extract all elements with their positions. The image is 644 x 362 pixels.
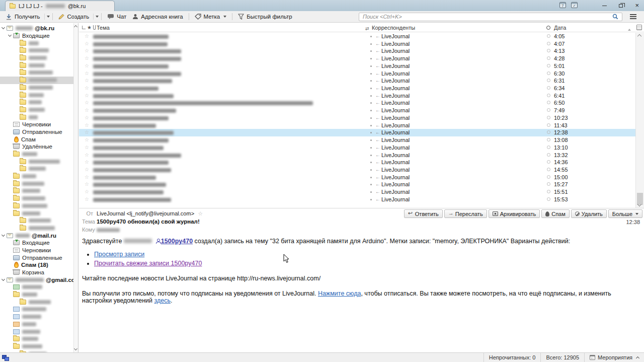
column-correspondents[interactable]: Корреспонденты xyxy=(372,25,415,31)
star-icon[interactable]: ☆ xyxy=(85,48,89,54)
star-icon[interactable]: ☆ xyxy=(85,144,89,151)
read-fresh-entries-link[interactable]: Прочитать свежие записи 1500py470 xyxy=(94,260,202,267)
star-icon[interactable]: ☆ xyxy=(85,63,89,69)
folder-row[interactable] xyxy=(0,202,73,210)
folder-row[interactable]: Корзина xyxy=(0,269,73,276)
folder-row[interactable]: Отправленные xyxy=(0,254,73,261)
folder-row[interactable] xyxy=(0,306,73,313)
folder-row[interactable]: Входящие xyxy=(0,32,73,40)
star-icon[interactable]: ☆ xyxy=(85,137,89,143)
folder-row[interactable] xyxy=(0,113,73,121)
thread-column-icon[interactable] xyxy=(82,26,86,29)
tasks-tab-icon[interactable]: ✓ xyxy=(571,2,578,8)
folder-row[interactable] xyxy=(0,39,73,47)
from-value[interactable]: LiveJournal <lj_notify@livejournal.com> xyxy=(97,210,194,216)
scroll-up-icon[interactable] xyxy=(74,25,77,29)
message-row[interactable]: ☆←LiveJournal10:23 xyxy=(79,114,635,122)
folder-row[interactable]: Спам xyxy=(0,135,73,143)
get-mail-dropdown[interactable] xyxy=(47,16,50,19)
view-entry-link[interactable]: Просмотр записи xyxy=(94,251,144,258)
folder-row[interactable]: Отправленные xyxy=(0,128,73,136)
minimize-button[interactable] xyxy=(602,6,607,6)
star-icon[interactable]: ☆ xyxy=(85,85,89,91)
message-row[interactable]: ☆←LiveJournal4:13 xyxy=(79,47,635,55)
folder-row[interactable] xyxy=(0,209,73,217)
folder-row[interactable] xyxy=(0,173,73,180)
message-row[interactable]: ☆←LiveJournal6:34 xyxy=(79,85,635,92)
expand-caret-icon[interactable] xyxy=(2,233,5,237)
column-date[interactable]: Дата xyxy=(554,25,566,31)
scroll-down-icon[interactable] xyxy=(74,347,77,350)
star-icon[interactable]: ☆ xyxy=(85,70,89,77)
folder-row[interactable] xyxy=(0,99,73,106)
column-picker-icon[interactable] xyxy=(636,25,642,30)
folder-row[interactable] xyxy=(0,343,73,350)
message-row[interactable]: ☆←LiveJournal7:49 xyxy=(79,107,635,114)
more-button[interactable]: Больше xyxy=(608,209,642,218)
folder-row[interactable] xyxy=(0,180,73,187)
star-icon[interactable]: ☆ xyxy=(85,181,89,187)
folder-row[interactable] xyxy=(0,151,73,158)
folder-row[interactable]: Спам (18) xyxy=(0,261,73,269)
account-row[interactable]: @gmail.com xyxy=(0,276,73,283)
user-profile-link[interactable]: 1500py470 xyxy=(161,238,193,245)
message-row[interactable]: ☆←LiveJournal4:28 xyxy=(79,55,635,62)
folder-row[interactable] xyxy=(0,61,73,69)
account-row[interactable]: @bk.ru xyxy=(0,25,73,32)
message-row[interactable]: ☆←LiveJournal15:51 xyxy=(79,188,635,196)
folder-row[interactable] xyxy=(0,165,73,173)
expand-caret-icon[interactable] xyxy=(8,33,12,37)
message-row[interactable]: ☆←LiveJournal13:32 xyxy=(79,152,635,159)
account-row[interactable]: @mail.ru xyxy=(0,232,73,239)
message-row[interactable]: ☆←LiveJournal14:36 xyxy=(79,159,635,166)
message-row[interactable]: ☆←LiveJournal15:27 xyxy=(79,181,635,188)
delete-button[interactable]: Удалить xyxy=(571,209,607,218)
star-icon[interactable]: ☆ xyxy=(85,189,89,195)
star-icon[interactable]: ☆ xyxy=(85,159,89,165)
reply-button[interactable]: Ответить xyxy=(404,209,443,218)
message-row[interactable]: ☆←LiveJournal4:07 xyxy=(79,40,635,48)
folder-row[interactable] xyxy=(0,47,73,54)
star-icon[interactable]: ☆ xyxy=(85,93,89,99)
folder-row[interactable] xyxy=(0,313,73,321)
expand-caret-icon[interactable] xyxy=(2,26,5,29)
folder-row[interactable] xyxy=(0,321,73,328)
folder-row[interactable] xyxy=(0,158,73,165)
settings-link[interactable]: здесь xyxy=(154,297,171,304)
folder-row[interactable] xyxy=(0,187,73,195)
folder-row[interactable] xyxy=(0,77,73,84)
unsubscribe-link[interactable]: Нажмите сюда xyxy=(318,290,361,297)
message-row[interactable]: ☆←LiveJournal5:01 xyxy=(79,62,635,70)
star-icon[interactable]: ☆ xyxy=(85,152,89,158)
tag-dropdown[interactable] xyxy=(223,16,226,19)
folder-row[interactable] xyxy=(0,106,73,114)
folder-row[interactable]: Черновики xyxy=(0,121,73,128)
attachment-column-icon[interactable] xyxy=(93,25,96,30)
star-icon[interactable]: ☆ xyxy=(85,78,89,84)
star-icon[interactable]: ☆ xyxy=(198,210,203,216)
star-icon[interactable]: ☆ xyxy=(85,107,89,113)
star-icon[interactable]: ☆ xyxy=(85,100,89,106)
get-mail-button[interactable]: Получить xyxy=(3,13,43,21)
folder-row[interactable]: Черновики xyxy=(0,247,73,254)
folder-row[interactable] xyxy=(0,54,73,62)
app-menu-button[interactable] xyxy=(626,13,639,21)
message-row[interactable]: ☆←LiveJournal13:10 xyxy=(79,144,635,152)
scroll-up-icon[interactable] xyxy=(637,34,641,38)
folder-row[interactable] xyxy=(0,291,73,299)
folder-row[interactable] xyxy=(0,217,73,225)
forward-button[interactable]: Переслать xyxy=(444,209,487,218)
message-row[interactable]: ☆←LiveJournal15:00 xyxy=(79,174,635,181)
star-icon[interactable]: ☆ xyxy=(85,167,89,173)
global-search-input[interactable]: Поиск <Ctrl+K> xyxy=(359,13,622,21)
folder-row[interactable] xyxy=(0,69,73,77)
message-row[interactable]: ☆←LiveJournal6:30 xyxy=(79,70,635,78)
star-icon[interactable]: ☆ xyxy=(85,174,89,180)
message-row[interactable]: ☆←LiveJournal15:53 xyxy=(79,196,635,203)
folder-row[interactable] xyxy=(0,225,73,232)
quick-filter-button[interactable]: Быстрый фильтр xyxy=(235,13,295,21)
archive-button[interactable]: Архивировать xyxy=(489,209,540,218)
sort-ascending-icon[interactable] xyxy=(628,27,631,31)
mail-tab[interactable]: LJ LJ LJ - @bk.ru xyxy=(5,1,115,11)
column-subject[interactable]: Тема xyxy=(97,25,110,31)
